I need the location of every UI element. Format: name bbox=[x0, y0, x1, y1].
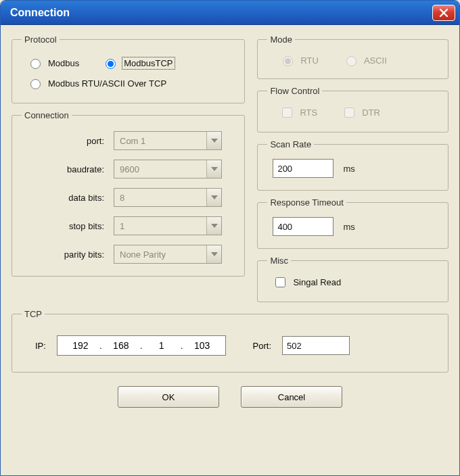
protocol-rtu-ascii-tcp-input[interactable] bbox=[30, 79, 41, 89]
response-timeout-input[interactable] bbox=[273, 217, 334, 236]
stop-bits-label: stop bits: bbox=[27, 221, 108, 231]
flow-rts-label: RTS bbox=[300, 108, 317, 118]
stop-bits-value: 1 bbox=[114, 221, 206, 231]
tcp-legend: TCP bbox=[22, 309, 45, 319]
ip-dot: . bbox=[181, 340, 183, 351]
window-title: Connection bbox=[10, 7, 70, 19]
misc-legend: Misc bbox=[267, 256, 291, 266]
flow-rts-input bbox=[282, 108, 292, 118]
protocol-modbus-label: Modbus bbox=[48, 58, 79, 68]
port-label: port: bbox=[27, 136, 108, 146]
mode-legend: Mode bbox=[267, 34, 295, 45]
connection-dialog: Connection Protocol Modbus Modb bbox=[0, 0, 460, 476]
tcp-port-label: Port: bbox=[253, 341, 271, 351]
response-timeout-legend: Response Timeout bbox=[267, 197, 346, 208]
flow-dtr-check: DTR bbox=[342, 105, 380, 120]
response-timeout-unit: ms bbox=[343, 222, 354, 232]
baudrate-value: 9600 bbox=[114, 164, 206, 174]
close-button[interactable] bbox=[432, 5, 455, 21]
chevron-down-icon bbox=[206, 245, 221, 263]
chevron-down-icon bbox=[206, 132, 221, 149]
close-icon bbox=[440, 9, 448, 17]
misc-group: Misc Singal Read bbox=[257, 256, 448, 302]
flow-control-legend: Flow Control bbox=[267, 86, 322, 96]
protocol-modbustcp-label: ModbusTCP bbox=[123, 58, 173, 68]
tcp-port-input[interactable] bbox=[282, 336, 350, 355]
protocol-modbustcp-input[interactable] bbox=[106, 59, 116, 69]
ip-dot: . bbox=[140, 340, 143, 351]
protocol-rtu-ascii-tcp-label: Modbus RTU/ASCII Over TCP bbox=[48, 78, 166, 89]
data-bits-combo: 8 bbox=[114, 188, 222, 207]
titlebar: Connection bbox=[1, 1, 459, 25]
mode-group: Mode RTU ASCII bbox=[257, 34, 448, 79]
mode-ascii-input bbox=[346, 56, 356, 66]
ip-octet-1[interactable] bbox=[66, 339, 95, 352]
flow-control-group: Flow Control RTS DTR bbox=[257, 86, 448, 133]
protocol-legend: Protocol bbox=[22, 34, 60, 45]
ip-label: IP: bbox=[35, 341, 46, 351]
parity-bits-combo: None Parity bbox=[114, 245, 222, 264]
parity-bits-label: parity bits: bbox=[27, 249, 108, 260]
ip-octet-4[interactable] bbox=[187, 339, 217, 352]
chevron-down-icon bbox=[206, 189, 221, 206]
protocol-modbus-radio[interactable]: Modbus bbox=[27, 57, 79, 69]
stop-bits-combo: 1 bbox=[114, 216, 222, 235]
ip-octet-2[interactable] bbox=[106, 339, 136, 352]
scan-rate-group: Scan Rate ms bbox=[257, 139, 448, 191]
single-read-label: Singal Read bbox=[293, 277, 341, 287]
scan-rate-unit: ms bbox=[343, 164, 354, 174]
chevron-down-icon bbox=[206, 160, 221, 178]
data-bits-value: 8 bbox=[114, 193, 206, 203]
chevron-down-icon bbox=[206, 217, 221, 235]
port-combo: Com 1 bbox=[114, 131, 222, 150]
mode-ascii-radio: ASCII bbox=[343, 54, 387, 66]
mode-rtu-radio: RTU bbox=[279, 54, 318, 66]
parity-bits-value: None Parity bbox=[114, 249, 206, 260]
baudrate-combo: 9600 bbox=[114, 160, 222, 178]
flow-rts-check: RTS bbox=[279, 105, 317, 120]
flow-dtr-input bbox=[344, 108, 354, 118]
ip-octet-3[interactable] bbox=[147, 339, 177, 352]
data-bits-label: data bits: bbox=[27, 193, 108, 203]
port-value: Com 1 bbox=[114, 136, 206, 146]
protocol-modbustcp-radio[interactable]: ModbusTCP bbox=[102, 57, 173, 69]
mode-rtu-input bbox=[283, 56, 293, 66]
scan-rate-input[interactable] bbox=[273, 159, 334, 178]
single-read-check[interactable]: Singal Read bbox=[273, 275, 341, 289]
connection-group: Connection port: Com 1 baudrate: 9600 da… bbox=[12, 110, 245, 277]
ip-dot: . bbox=[99, 340, 102, 351]
protocol-group: Protocol Modbus ModbusTCP bbox=[12, 34, 245, 103]
single-read-input[interactable] bbox=[275, 277, 285, 287]
response-timeout-group: Response Timeout ms bbox=[257, 197, 448, 249]
ok-button[interactable]: OK bbox=[118, 386, 219, 408]
connection-legend: Connection bbox=[22, 110, 72, 120]
mode-ascii-label: ASCII bbox=[364, 55, 387, 66]
baudrate-label: baudrate: bbox=[27, 164, 108, 174]
protocol-rtu-ascii-tcp-radio[interactable]: Modbus RTU/ASCII Over TCP bbox=[27, 77, 166, 89]
scan-rate-legend: Scan Rate bbox=[267, 139, 314, 149]
flow-dtr-label: DTR bbox=[362, 108, 380, 118]
dialog-body: Protocol Modbus ModbusTCP bbox=[1, 25, 459, 475]
ip-input[interactable]: . . . bbox=[57, 335, 226, 356]
mode-rtu-label: RTU bbox=[300, 55, 318, 66]
protocol-modbus-input[interactable] bbox=[30, 59, 41, 69]
tcp-group: TCP IP: . . . Port: bbox=[12, 309, 448, 373]
cancel-button[interactable]: Cancel bbox=[241, 386, 342, 408]
